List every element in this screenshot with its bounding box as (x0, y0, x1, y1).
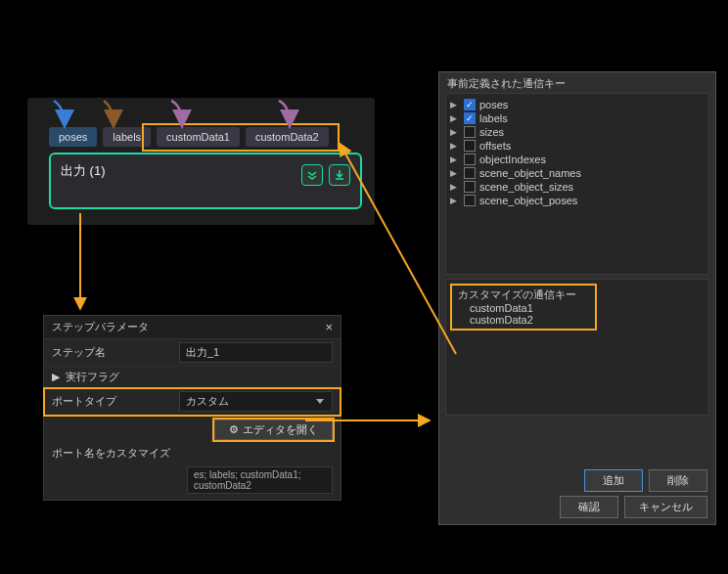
checkbox[interactable] (464, 181, 476, 193)
port-type-value: カスタム (186, 394, 229, 409)
param-header: ステップパラメータ × (44, 316, 341, 339)
row-customize-name: ポート名をカスタマイズ (44, 442, 341, 464)
chevron-right-icon: ▶ (450, 155, 460, 164)
custom-key-item[interactable]: customData1 (458, 302, 589, 314)
chevron-down-icon (316, 399, 324, 404)
custom-key-item[interactable]: customData2 (458, 314, 589, 326)
tree-item-label: labels (479, 112, 508, 124)
cancel-button[interactable]: キャンセル (624, 496, 707, 518)
node-panel: poses labels customData1 customData2 出力 … (27, 98, 375, 225)
chevron-right-icon: ▶ (450, 127, 460, 137)
customize-value: es; labels; customData1; customData2 (187, 466, 333, 494)
chevron-right-icon: ▶ (450, 100, 460, 110)
tree-item-label: scene_object_poses (479, 195, 577, 206)
port-type-select[interactable]: カスタム (179, 391, 333, 412)
tree-item-scene_object_poses[interactable]: ▶scene_object_poses (448, 194, 706, 207)
gear-icon: ⚙ (229, 423, 239, 436)
row-port-type[interactable]: ポートタイプ カスタム (44, 388, 341, 416)
keys-dialog: 事前定義された通信キー ▶poses▶labels▶sizes▶offsets▶… (438, 71, 716, 525)
exec-flag-label: 実行フラグ (66, 370, 119, 384)
tree-item-scene_object_names[interactable]: ▶scene_object_names (448, 166, 706, 180)
predefined-keys-tree: ▶poses▶labels▶sizes▶offsets▶objectIndexe… (445, 93, 709, 275)
custom-keys-label: カスタマイズの通信キー (458, 287, 589, 302)
tree-item-label: scene_object_names (479, 167, 581, 179)
open-editor-label: エディタを開く (243, 422, 318, 437)
checkbox[interactable] (464, 140, 476, 152)
add-button[interactable]: 追加 (584, 469, 643, 492)
customize-label: ポート名をカスタマイズ (52, 446, 187, 461)
tree-item-labels[interactable]: ▶labels (448, 111, 706, 125)
open-editor-button[interactable]: ⚙ エディタを開く (214, 419, 333, 440)
tree-item-label: scene_object_sizes (479, 181, 573, 193)
tree-item-objectIndexes[interactable]: ▶objectIndexes (448, 153, 706, 166)
tree-item-offsets[interactable]: ▶offsets (448, 139, 706, 153)
checkbox[interactable] (464, 126, 476, 138)
chevron-right-icon: ▶ (52, 371, 62, 383)
checkbox[interactable] (464, 167, 476, 179)
tree-item-label: objectIndexes (479, 154, 546, 165)
tab-poses[interactable]: poses (49, 127, 97, 147)
chevron-right-icon: ▶ (450, 168, 460, 178)
checkbox[interactable] (464, 195, 476, 206)
tree-item-sizes[interactable]: ▶sizes (448, 125, 706, 139)
predefined-keys-label: 事前定義された通信キー (439, 72, 715, 93)
step-parameter-panel: ステップパラメータ × ステップ名 出力_1 ▶ 実行フラグ ポートタイプ カス… (43, 315, 341, 501)
download-icon[interactable] (329, 164, 350, 186)
port-type-label: ポートタイプ (52, 394, 179, 409)
chevron-right-icon: ▶ (450, 113, 460, 123)
chevron-right-icon: ▶ (450, 182, 460, 192)
tree-item-label: sizes (479, 126, 504, 138)
delete-button[interactable]: 削除 (649, 469, 707, 492)
param-panel-title: ステップパラメータ (52, 320, 149, 334)
checkbox[interactable] (464, 99, 476, 110)
tree-item-label: offsets (479, 140, 511, 152)
checkbox[interactable] (464, 154, 476, 165)
expand-icon[interactable] (301, 164, 323, 186)
checkbox[interactable] (464, 112, 476, 124)
node-tabs: poses labels customData1 customData2 (49, 127, 329, 147)
row-step-name: ステップ名 出力_1 (44, 339, 341, 367)
tab-customdata1[interactable]: customData1 (157, 127, 240, 147)
tree-item-poses[interactable]: ▶poses (448, 98, 706, 111)
node-title: 出力 (1) (61, 162, 106, 180)
chevron-right-icon: ▶ (450, 141, 460, 151)
close-icon[interactable]: × (325, 320, 333, 334)
custom-keys-highlight: カスタマイズの通信キー customData1 customData2 (450, 284, 597, 331)
tab-labels[interactable]: labels (103, 127, 151, 147)
step-name-label: ステップ名 (52, 345, 179, 360)
tree-item-scene_object_sizes[interactable]: ▶scene_object_sizes (448, 180, 706, 194)
step-name-input[interactable]: 出力_1 (179, 342, 333, 363)
tab-customdata2[interactable]: customData2 (246, 127, 329, 147)
tree-item-label: poses (479, 99, 508, 110)
chevron-right-icon: ▶ (450, 196, 460, 205)
row-exec-flag[interactable]: ▶ 実行フラグ (44, 367, 341, 388)
node-output-box[interactable]: 出力 (1) (49, 153, 362, 209)
confirm-button[interactable]: 確認 (560, 496, 618, 518)
custom-keys-area: カスタマイズの通信キー customData1 customData2 (445, 279, 709, 416)
